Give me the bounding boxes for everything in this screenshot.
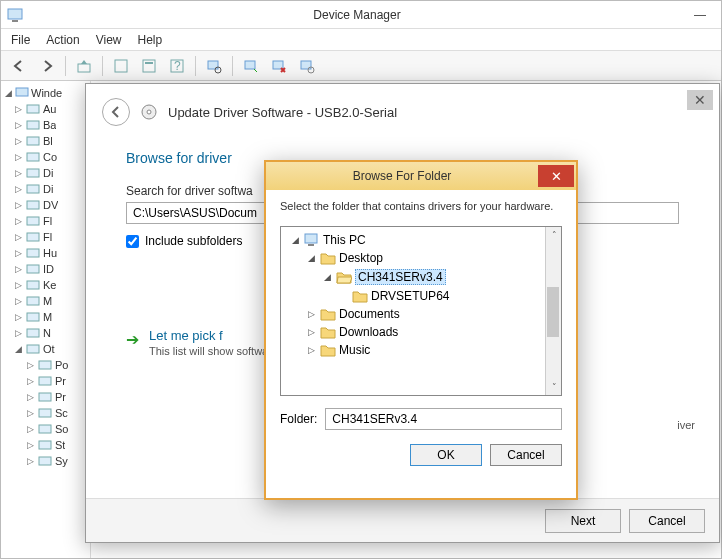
tree-category[interactable]: ▷Di [3,165,88,181]
expand-icon[interactable]: ▷ [25,456,35,466]
tree-category[interactable]: ▷Fl [3,213,88,229]
tree-drvsetup[interactable]: DRVSETUP64 [285,287,557,305]
expand-icon[interactable]: ▷ [25,408,35,418]
expand-icon[interactable]: ▷ [25,392,35,402]
expand-icon[interactable]: ▷ [13,200,23,210]
tree-downloads[interactable]: ▷ Downloads [285,323,557,341]
uninstall-icon[interactable] [267,54,291,78]
collapse-icon[interactable]: ◢ [289,235,301,245]
tree-category[interactable]: ▷Sc [3,405,88,421]
svg-rect-26 [27,281,39,289]
expand-icon[interactable]: ▷ [25,360,35,370]
bff-cancel-button[interactable]: Cancel [490,444,562,466]
expand-icon[interactable]: ▷ [13,216,23,226]
tree-label: Pr [55,375,66,387]
tree-selected-folder[interactable]: ◢ CH341SERv3.4 [285,267,557,287]
dm-titlebar: Device Manager — [1,1,721,29]
tree-desktop[interactable]: ◢ Desktop [285,249,557,267]
disable-icon[interactable] [295,54,319,78]
device-tree[interactable]: ◢ Winde ▷Au▷Ba▷Bl▷Co▷Di▷Di▷DV▷Fl▷Fl▷Hu▷I… [1,81,91,558]
expand-icon[interactable]: ▷ [13,280,23,290]
tree-category[interactable]: ▷M [3,309,88,325]
back-icon[interactable] [7,54,31,78]
tree-category[interactable]: ▷Pr [3,389,88,405]
tree-music[interactable]: ▷ Music [285,341,557,359]
bff-close-button[interactable]: ✕ [538,165,574,187]
collapse-icon[interactable]: ◢ [3,88,13,98]
tree-this-pc[interactable]: ◢ This PC [285,231,557,249]
tree-category[interactable]: ▷Di [3,181,88,197]
expand-icon[interactable]: ▷ [13,248,23,258]
tree-category[interactable]: ◢Ot [3,341,88,357]
scan-hardware-icon[interactable] [202,54,226,78]
tree-category[interactable]: ▷Fl [3,229,88,245]
tree-category[interactable]: ▷Co [3,149,88,165]
device-icon [38,454,52,468]
tree-documents[interactable]: ▷ Documents [285,305,557,323]
tree-label: This PC [323,233,366,247]
wizard-back-button[interactable] [102,98,130,126]
collapse-icon[interactable]: ◢ [305,253,317,263]
expand-icon[interactable]: ▷ [13,328,23,338]
tree-category[interactable]: ▷ID [3,261,88,277]
tree-root[interactable]: ◢ Winde [3,85,88,101]
bff-folder-tree[interactable]: ◢ This PC ◢ Desktop ◢ CH341SERv3.4 [280,226,562,396]
next-button[interactable]: Next [545,509,621,533]
tree-category[interactable]: ▷Sy [3,453,88,469]
svg-rect-33 [39,393,51,401]
show-hidden-icon[interactable] [109,54,133,78]
expand-icon[interactable]: ▷ [13,120,23,130]
menu-view[interactable]: View [96,33,122,47]
expand-icon[interactable]: ▷ [25,376,35,386]
folder-name-input[interactable] [325,408,562,430]
properties-icon[interactable] [137,54,161,78]
menu-file[interactable]: File [11,33,30,47]
expand-icon[interactable]: ▷ [305,327,317,337]
expand-icon[interactable]: ▷ [13,136,23,146]
menu-action[interactable]: Action [46,33,79,47]
tree-category[interactable]: ▷Po [3,357,88,373]
expand-icon[interactable]: ▷ [25,424,35,434]
tree-category[interactable]: ▷Ba [3,117,88,133]
expand-icon[interactable]: ▷ [13,168,23,178]
ok-button[interactable]: OK [410,444,482,466]
close-button[interactable]: ✕ [687,90,713,110]
help-icon[interactable]: ? [165,54,189,78]
tree-label: St [55,439,65,451]
tree-category[interactable]: ▷Ke [3,277,88,293]
expand-icon[interactable]: ▷ [13,152,23,162]
tree-category[interactable]: ▷Bl [3,133,88,149]
tree-category[interactable]: ▷Au [3,101,88,117]
tree-category[interactable]: ▷So [3,421,88,437]
scroll-up-icon[interactable]: ˄ [546,227,562,243]
tree-category[interactable]: ▷Hu [3,245,88,261]
tree-category[interactable]: ▷St [3,437,88,453]
tree-category[interactable]: ▷M [3,293,88,309]
expand-icon[interactable]: ▷ [305,345,317,355]
forward-icon[interactable] [35,54,59,78]
menu-help[interactable]: Help [138,33,163,47]
expand-icon[interactable]: ▷ [13,312,23,322]
up-icon[interactable] [72,54,96,78]
collapse-icon[interactable]: ◢ [321,272,333,282]
scrollbar[interactable]: ˄ ˅ [545,227,561,395]
tree-category[interactable]: ▷DV [3,197,88,213]
minimize-button[interactable]: — [685,5,715,25]
expand-icon[interactable]: ▷ [13,104,23,114]
scroll-down-icon[interactable]: ˅ [546,379,562,395]
cancel-button[interactable]: Cancel [629,509,705,533]
update-driver-icon[interactable] [239,54,263,78]
collapse-icon[interactable]: ◢ [13,344,23,354]
tree-label: Di [43,183,53,195]
include-subfolders-checkbox[interactable] [126,235,139,248]
tree-category[interactable]: ▷Pr [3,373,88,389]
toolbar-separator [65,56,66,76]
expand-icon[interactable]: ▷ [13,184,23,194]
expand-icon[interactable]: ▷ [13,232,23,242]
expand-icon[interactable]: ▷ [25,440,35,450]
expand-icon[interactable]: ▷ [13,296,23,306]
scroll-thumb[interactable] [547,287,559,337]
expand-icon[interactable]: ▷ [13,264,23,274]
expand-icon[interactable]: ▷ [305,309,317,319]
tree-category[interactable]: ▷N [3,325,88,341]
